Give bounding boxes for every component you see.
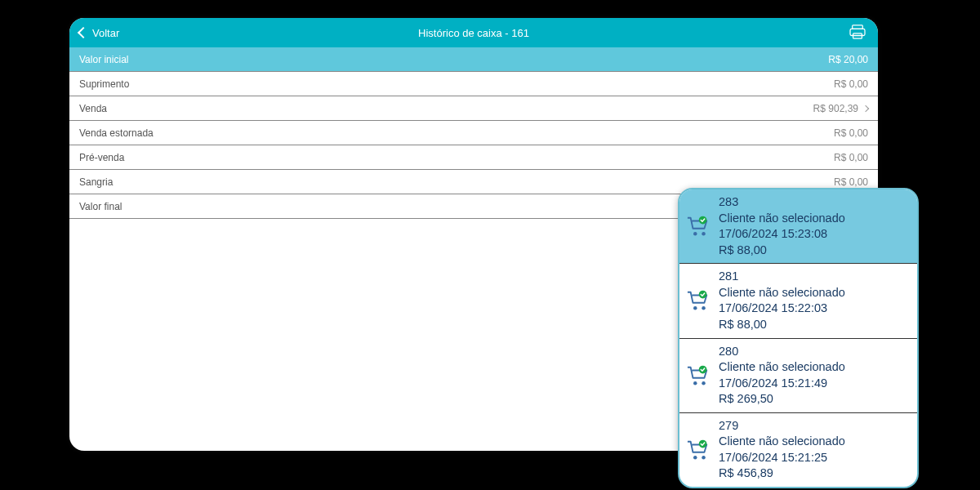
row-value: R$ 0,00 [834,127,868,139]
svg-rect-0 [853,25,863,29]
sale-item[interactable]: 281Cliente não selecionado17/06/2024 15:… [679,264,917,338]
sale-item[interactable]: 280Cliente não selecionado17/06/2024 15:… [679,339,917,413]
summary-row: Valor inicialR$ 20,00 [69,47,878,72]
printer-icon [849,24,866,39]
sale-datetime: 17/06/2024 15:23:08 [719,226,845,243]
sale-amount: R$ 88,00 [719,317,845,333]
row-value: R$ 0,00 [834,176,868,188]
row-label: Sangria [79,176,113,188]
svg-point-10 [702,381,705,385]
summary-row: Venda estornadaR$ 0,00 [69,121,878,145]
row-label: Suprimento [79,78,129,90]
row-label: Venda [79,103,107,114]
sale-customer: Cliente não selecionado [719,285,845,301]
chevron-right-icon [862,105,869,111]
sale-datetime: 17/06/2024 15:22:03 [719,301,845,317]
sale-customer: Cliente não selecionado [719,211,845,227]
sale-amount: R$ 269,50 [719,391,845,408]
back-button[interactable]: Voltar [79,27,119,39]
svg-point-9 [693,381,697,385]
sale-item[interactable]: 279Cliente não selecionado17/06/2024 15:… [679,413,917,487]
row-label: Venda estornada [79,127,154,139]
svg-point-12 [693,456,697,459]
sale-customer: Cliente não selecionado [719,359,845,376]
sale-amount: R$ 88,00 [719,243,845,259]
sales-panel: 283Cliente não selecionado17/06/2024 15:… [678,188,919,488]
svg-point-6 [693,306,697,310]
row-value: R$ 0,00 [834,78,868,90]
summary-row[interactable]: VendaR$ 902,39 [69,96,878,121]
cart-check-icon [684,206,712,247]
svg-point-4 [702,232,705,235]
sale-text: 279Cliente não selecionado17/06/2024 15:… [719,418,845,482]
summary-row: SuprimentoR$ 0,00 [69,72,878,96]
row-value: R$ 20,00 [828,54,868,65]
svg-point-13 [702,456,705,459]
row-label: Pré-venda [79,152,124,163]
row-value: R$ 0,00 [834,152,868,163]
sale-amount: R$ 456,89 [719,466,845,482]
sale-datetime: 17/06/2024 15:21:25 [719,450,845,466]
cart-check-icon [684,430,712,470]
sale-customer: Cliente não selecionado [719,434,845,450]
page-title: Histórico de caixa - 161 [418,27,529,39]
print-button[interactable] [849,24,866,39]
sale-id: 279 [719,418,845,434]
row-value: R$ 902,39 [813,103,858,114]
sale-text: 281Cliente não selecionado17/06/2024 15:… [719,269,845,332]
svg-point-7 [702,306,705,310]
row-label: Valor final [79,201,122,212]
sale-datetime: 17/06/2024 15:21:49 [719,376,845,392]
cart-check-icon [684,355,712,396]
sale-item[interactable]: 283Cliente não selecionado17/06/2024 15:… [679,189,917,264]
cart-check-icon [684,280,712,321]
sale-id: 283 [719,194,845,211]
svg-rect-1 [850,29,865,35]
back-label: Voltar [92,27,119,39]
summary-row: Pré-vendaR$ 0,00 [69,145,878,170]
svg-point-3 [693,232,697,235]
title-bar: Voltar Histórico de caixa - 161 [69,18,878,47]
sale-id: 280 [719,344,845,360]
chevron-left-icon [78,27,89,38]
sale-text: 280Cliente não selecionado17/06/2024 15:… [719,344,845,408]
row-label: Valor inicial [79,54,128,65]
sale-text: 283Cliente não selecionado17/06/2024 15:… [719,194,845,258]
sale-id: 281 [719,269,845,285]
